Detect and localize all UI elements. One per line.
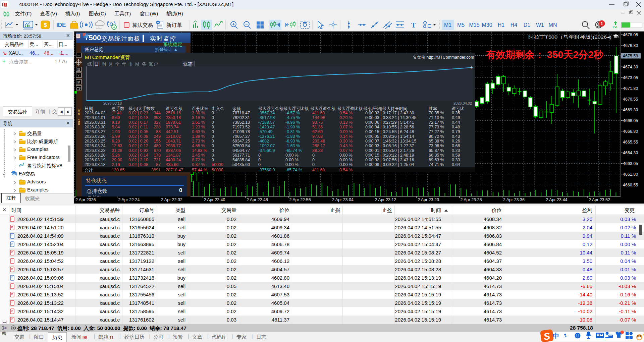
svg-text:M5: M5: [457, 22, 465, 28]
svg-text:2 Apr 23:52: 2 Apr 23:52: [589, 197, 610, 202]
svg-text:M1: M1: [444, 22, 451, 28]
svg-text:4676.80: 4676.80: [623, 43, 638, 48]
svg-text:$: $: [44, 22, 47, 28]
svg-text:LVL: LVL: [613, 25, 619, 29]
svg-text:禁: 禁: [77, 80, 80, 84]
svg-text:2026.04.02: 2026.04.02: [453, 101, 472, 105]
svg-text:新订单: 新订单: [166, 22, 182, 28]
svg-text:4674.30: 4674.30: [623, 65, 638, 69]
svg-text:2 Apr 23:36: 2 Apr 23:36: [503, 197, 525, 202]
svg-text:✦: ✦: [642, 333, 644, 337]
svg-text:2 Apr 22:40: 2 Apr 22:40: [204, 197, 225, 202]
svg-text:2 Apr 22:24: 2 Apr 22:24: [118, 197, 140, 202]
svg-text:4678.05: 4678.05: [623, 33, 638, 37]
svg-text:2 Apr 22:48: 2 Apr 22:48: [247, 197, 268, 202]
svg-text:2 Apr 22:56: 2 Apr 22:56: [289, 197, 311, 202]
svg-text:阿拉丁T500（马年封神版)(2026◂): 阿拉丁T500（马年封神版)(2026◂): [528, 35, 611, 40]
svg-text:4670.55: 4670.55: [623, 97, 638, 102]
svg-text:2 Apr 22:32: 2 Apr 22:32: [161, 197, 182, 202]
svg-text:4661.80: 4661.80: [623, 172, 638, 177]
svg-text:2 Apr 23:28: 2 Apr 23:28: [461, 197, 482, 202]
svg-text:2026.03.18: 2026.03.18: [103, 101, 122, 105]
svg-text:2 Apr 2026: 2 Apr 2026: [75, 197, 96, 202]
svg-text:IDE: IDE: [56, 22, 66, 28]
svg-text:4668.05: 4668.05: [623, 118, 638, 123]
svg-text:2 Apr 23:20: 2 Apr 23:20: [418, 197, 439, 202]
svg-text:MN: MN: [549, 22, 557, 28]
svg-text:中: 中: [553, 332, 559, 339]
svg-text:4665.55: 4665.55: [623, 140, 638, 145]
svg-text:有效期剩余： 350天2分2秒: 有效期剩余： 350天2分2秒: [486, 49, 604, 60]
svg-text:2 Apr 23:04: 2 Apr 23:04: [332, 197, 354, 202]
svg-text:W1: W1: [536, 22, 544, 28]
svg-text:算法交易: 算法交易: [132, 22, 153, 28]
svg-text:4673.05: 4673.05: [623, 75, 638, 80]
svg-text:2 Apr 23:12: 2 Apr 23:12: [375, 197, 396, 202]
svg-text:4671.80: 4671.80: [623, 86, 638, 91]
svg-text:4669.30: 4669.30: [623, 108, 638, 112]
svg-text:4664.30: 4664.30: [623, 151, 638, 155]
svg-text:4675.59: 4675.59: [623, 54, 638, 58]
svg-text:M15: M15: [469, 22, 479, 28]
svg-text:清: 清: [77, 68, 80, 71]
svg-text:4660.55: 4660.55: [623, 183, 638, 187]
svg-text:M30: M30: [482, 22, 492, 28]
svg-text:H1: H1: [498, 22, 505, 28]
svg-text:H4: H4: [511, 22, 518, 28]
svg-text:4663.05: 4663.05: [623, 161, 638, 166]
svg-text:T: T: [411, 21, 416, 29]
svg-text:2 Apr 23:44: 2 Apr 23:44: [546, 197, 568, 202]
svg-text:D1: D1: [524, 22, 531, 28]
svg-text:1: 1: [600, 21, 603, 26]
svg-text:?: ?: [77, 73, 79, 77]
svg-text:4666.80: 4666.80: [623, 129, 638, 134]
